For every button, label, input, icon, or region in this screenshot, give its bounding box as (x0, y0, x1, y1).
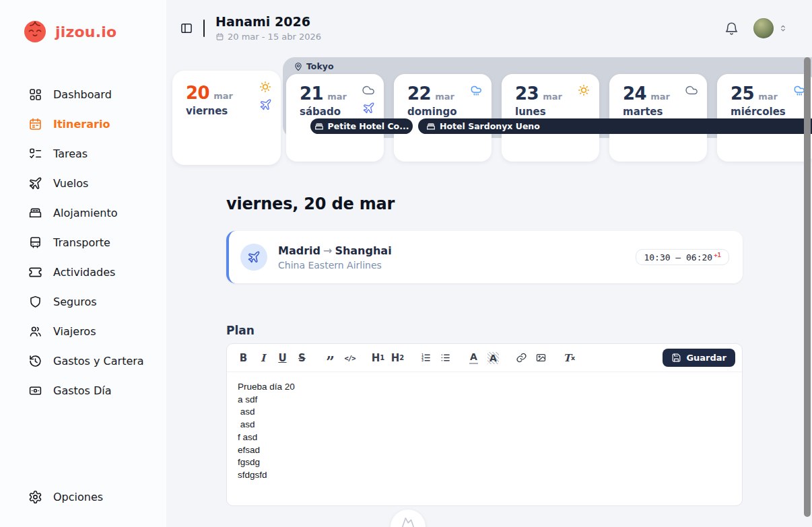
plane-icon (247, 250, 261, 264)
sidebar-item-alojamiento[interactable]: Alojamiento (0, 198, 166, 227)
sidebar-item-label: Gastos Día (53, 384, 112, 397)
day-card-21-mar[interactable]: 21marsábado (286, 74, 384, 162)
heading-2-button[interactable]: H2 (389, 349, 406, 366)
sidebar-item-vuelos[interactable]: Vuelos (0, 168, 166, 198)
plan-title: Plan (226, 324, 255, 337)
flight-destination: Shanghai (335, 244, 391, 257)
trip-date-range: 20 mar - 15 abr 2026 (215, 32, 321, 42)
hotel-bar-1[interactable]: Petite Hotel Co... (310, 118, 413, 134)
strikethrough-button[interactable]: S (294, 349, 310, 366)
sidebar-item-dashboard[interactable]: Dashboard (0, 79, 166, 109)
panel-left-icon (180, 22, 193, 35)
flight-airline: China Eastern Airlines (278, 260, 392, 271)
notifications-button[interactable] (724, 22, 739, 36)
plan-text-line: asd (238, 406, 731, 419)
plan-editor: BIUS”</>H1H2123AATxGuardar Prueba día 20… (226, 343, 743, 506)
editor-content[interactable]: Prueba día 20a sdf asd asdf asdefsadfgsd… (227, 372, 742, 505)
add-image-button[interactable] (391, 510, 426, 527)
sidebar-item-gastos-día[interactable]: Gastos Día (0, 376, 166, 405)
hotel-bars: Petite Hotel Co...Hotel Sardonyx Ueno (166, 118, 812, 134)
day-strip: Tokyo 20marviernes21marsábado22mardoming… (166, 57, 812, 166)
sidebar-toggle-button[interactable] (180, 22, 193, 35)
brand-name: jizou.io (55, 24, 116, 40)
banknote-icon (28, 384, 42, 398)
sidebar-item-label: Alojamiento (53, 207, 118, 219)
text-color-button[interactable]: A (465, 349, 482, 366)
grid-icon (28, 87, 42, 102)
sun-icon (259, 80, 272, 94)
sidebar-item-label: Actividades (53, 266, 115, 279)
day-month: mar (650, 92, 670, 102)
hotel-name: Hotel Sardonyx Ueno (440, 121, 540, 131)
day-number: 23 (515, 83, 539, 104)
code-button[interactable]: </> (341, 349, 358, 366)
hotel-bar-2[interactable]: Hotel Sardonyx Ueno (418, 118, 812, 134)
day-weekday: martes (623, 106, 698, 118)
cloud-icon (685, 83, 698, 97)
sidebar-item-tareas[interactable]: Tareas (0, 139, 166, 168)
day-card-23-mar[interactable]: 23marlunes (502, 74, 599, 162)
sidebar-item-label: Vuelos (53, 177, 88, 190)
day-month: mar (543, 92, 562, 102)
vertical-scrollbar[interactable] (804, 57, 811, 517)
bus-icon (28, 236, 42, 250)
arrow-right-icon: → (320, 244, 335, 257)
sidebar-footer: Opciones (0, 482, 166, 512)
flight-time-pill: 10:30 – 06:20+1 (636, 249, 729, 265)
brand-logo[interactable]: jizou.io (23, 20, 116, 44)
cloud-icon (362, 83, 375, 97)
sidebar-nav: DashboardItinerarioTareasVuelosAlojamien… (0, 79, 166, 405)
save-icon (671, 353, 681, 363)
hotel-name: Petite Hotel Co... (328, 121, 409, 131)
highlight-button[interactable]: A (485, 349, 502, 366)
italic-button[interactable]: I (255, 349, 271, 366)
image-button[interactable] (533, 349, 549, 366)
user-menu[interactable] (753, 18, 788, 38)
sidebar-item-gastos-y-cartera[interactable]: Gastos y Cartera (0, 346, 166, 376)
sidebar-item-seguros[interactable]: Seguros (0, 287, 166, 316)
day-card-20-mar[interactable]: 20marviernes (172, 71, 281, 165)
sidebar-item-viajeros[interactable]: Viajeros (0, 316, 166, 346)
day-month: mar (213, 91, 233, 101)
day-number: 21 (300, 83, 323, 104)
save-button[interactable]: Guardar (663, 349, 735, 367)
sidebar-item-actividades[interactable]: Actividades (0, 257, 166, 287)
flight-origin: Madrid (278, 244, 320, 257)
blockquote-button[interactable]: ” (322, 349, 339, 366)
chevrons-up-down-icon (778, 24, 788, 33)
rain-icon (469, 83, 483, 97)
day-card-24-mar[interactable]: 24marmartes (609, 74, 707, 162)
bed-icon (314, 122, 324, 131)
sidebar-item-opciones[interactable]: Opciones (0, 482, 166, 512)
link-button[interactable] (513, 349, 530, 366)
clear-formatting-button[interactable]: Tx (561, 349, 578, 366)
day-weekday: viernes (186, 105, 271, 117)
plan-text-line: f asd (238, 431, 731, 444)
plan-text-line: a sdf (238, 394, 731, 407)
sidebar-item-label: Itinerario (53, 118, 110, 131)
day-card-22-mar[interactable]: 22mardomingo (394, 74, 492, 162)
heading-1-button[interactable]: H1 (370, 349, 386, 366)
plan-text-line: efsad (238, 444, 731, 457)
weather-cloudy-icon (685, 83, 698, 97)
day-card-25-mar[interactable]: 25marmiércoles (717, 74, 812, 162)
jizou-logo-icon (23, 20, 47, 44)
sun-icon (577, 83, 590, 97)
bold-button[interactable]: B (235, 349, 252, 366)
day-number: 24 (623, 83, 646, 104)
flight-plus-days: +1 (714, 252, 721, 258)
underline-button[interactable]: U (274, 349, 291, 366)
flight-card[interactable]: Madrid→Shanghai China Eastern Airlines 1… (226, 231, 743, 283)
trip-title: Hanami 2026 (215, 15, 321, 30)
sidebar-item-transporte[interactable]: Transporte (0, 227, 166, 257)
bullet-list-button[interactable] (437, 349, 454, 366)
sidebar-item-itinerario[interactable]: Itinerario (0, 109, 166, 139)
weather-sunny-icon (577, 83, 590, 97)
day-weekday: lunes (515, 106, 590, 118)
avatar (753, 18, 774, 38)
ordered-list-button[interactable]: 123 (417, 349, 434, 366)
shield-icon (28, 295, 42, 309)
topbar-right (724, 18, 788, 38)
sidebar-item-label: Seguros (53, 295, 97, 308)
weather-sunny-icon (259, 80, 272, 94)
